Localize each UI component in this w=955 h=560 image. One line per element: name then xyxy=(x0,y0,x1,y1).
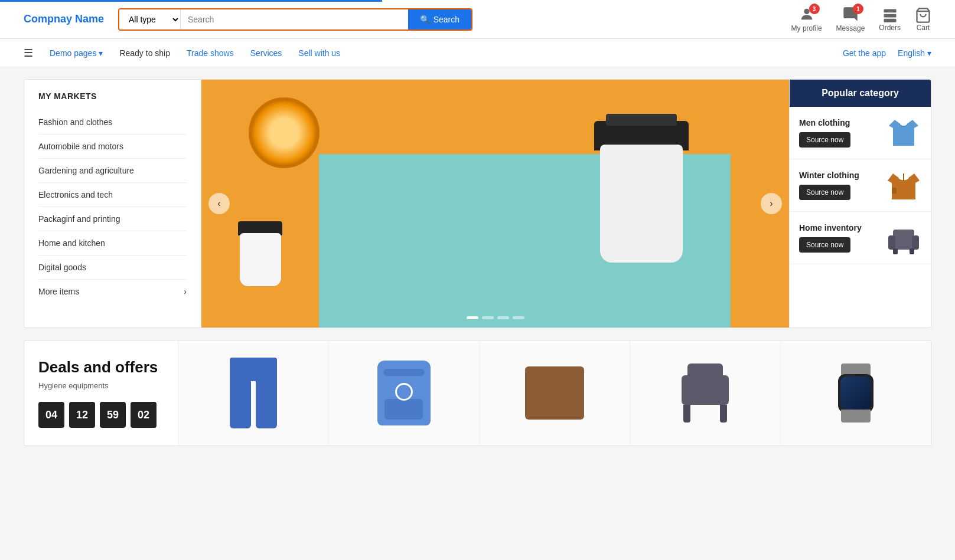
progress-bar xyxy=(0,0,382,2)
popular-item-home-label: Home inventory xyxy=(799,223,886,232)
deal-product-watch[interactable] xyxy=(780,340,931,446)
countdown-hours: 04 xyxy=(38,402,64,428)
popular-item-men-image xyxy=(886,115,921,150)
hamburger-icon[interactable]: ☰ xyxy=(24,47,33,60)
popular-panel: Popular category Men clothing Source now xyxy=(789,80,931,328)
popular-title: Popular category xyxy=(790,80,931,107)
deal-product-backpack[interactable] xyxy=(328,340,479,446)
popular-item-men-info: Men clothing Source now xyxy=(799,118,886,148)
deals-subtitle: Hygiene equipments xyxy=(38,381,164,390)
deals-products xyxy=(178,340,931,446)
tablet-icon xyxy=(525,366,584,420)
svg-rect-1 xyxy=(884,9,896,12)
navbar-left: ☰ Demo pages ▾ Ready to ship Trade shows… xyxy=(24,47,340,60)
orders-button[interactable]: Orders xyxy=(879,7,901,32)
nav-demo-pages[interactable]: Demo pages ▾ xyxy=(50,48,103,58)
sidebar: MY MARKETS Fashion and clothes Automobil… xyxy=(24,80,201,328)
search-button[interactable]: 🔍 Search xyxy=(408,9,471,30)
armchair-icon xyxy=(886,220,921,256)
popular-item-home-inventory: Home inventory Source now xyxy=(790,212,931,264)
sidebar-item-gardening[interactable]: Gardening and agriculture xyxy=(38,159,187,183)
navbar: ☰ Demo pages ▾ Ready to ship Trade shows… xyxy=(0,39,955,67)
carousel-dot-3[interactable] xyxy=(497,316,509,319)
sidebar-item-fashion[interactable]: Fashion and clothes xyxy=(38,110,187,135)
countdown-extra: 02 xyxy=(131,402,157,428)
countdown-seconds: 59 xyxy=(100,402,126,428)
svg-point-0 xyxy=(804,9,809,14)
sidebar-title: MY MARKETS xyxy=(38,91,187,101)
message-badge: 1 xyxy=(853,4,863,14)
svg-rect-2 xyxy=(884,14,896,17)
carousel-prev-btn[interactable]: ‹ xyxy=(208,193,230,214)
cart-button[interactable]: Cart xyxy=(915,7,931,32)
orders-icon xyxy=(882,7,898,24)
polo-shirt-icon xyxy=(886,115,921,150)
jeans-icon xyxy=(230,358,277,428)
svg-rect-8 xyxy=(888,235,895,250)
popular-item-winter-info: Winter clothing Source now xyxy=(799,171,886,200)
cup-large xyxy=(588,109,695,274)
backpack-icon xyxy=(377,361,431,425)
chevron-down-icon-lang: ▾ xyxy=(927,48,931,58)
cup-small xyxy=(237,221,284,292)
deals-title: Deals and offers xyxy=(38,358,164,376)
popular-item-men-label: Men clothing xyxy=(799,118,886,127)
source-now-men-btn[interactable]: Source now xyxy=(799,132,850,148)
sidebar-item-home[interactable]: Home and kitchen xyxy=(38,231,187,256)
svg-rect-9 xyxy=(912,235,919,250)
header: Compnay Name All typeProductsSuppliersSe… xyxy=(0,0,955,39)
winter-jacket-icon xyxy=(886,168,921,203)
sidebar-item-more[interactable]: More items › xyxy=(38,280,187,303)
cart-icon xyxy=(915,7,931,24)
chevron-right-icon: › xyxy=(184,287,187,296)
nav-ready-to-ship[interactable]: Ready to ship xyxy=(119,48,170,58)
main-content: MY MARKETS Fashion and clothes Automobil… xyxy=(0,67,955,458)
countdown-minutes: 12 xyxy=(69,402,95,428)
source-now-home-btn[interactable]: Source now xyxy=(799,237,850,253)
popular-item-winter-image xyxy=(886,168,921,203)
sidebar-item-packaging[interactable]: Packaginf and printing xyxy=(38,207,187,231)
navbar-right: Get the app English ▾ xyxy=(843,48,931,58)
deals-section: Deals and offers Hygiene equipments 04 1… xyxy=(24,340,931,446)
carousel-next-btn[interactable]: › xyxy=(761,193,782,214)
source-now-winter-btn[interactable]: Source now xyxy=(799,185,850,200)
nav-get-app[interactable]: Get the app xyxy=(843,48,886,58)
profile-badge: 3 xyxy=(809,4,820,14)
message-button[interactable]: 1 Message xyxy=(836,6,865,32)
carousel: ‹ › xyxy=(201,80,789,328)
deal-product-jeans[interactable] xyxy=(178,340,328,446)
sidebar-item-automobile[interactable]: Automobile and motors xyxy=(38,135,187,159)
deal-product-chair[interactable] xyxy=(630,340,780,446)
carousel-dots xyxy=(467,316,524,319)
deal-product-tablet[interactable] xyxy=(479,340,630,446)
my-profile-button[interactable]: 3 My profile xyxy=(791,6,822,32)
markets-section: MY MARKETS Fashion and clothes Automobil… xyxy=(24,79,931,328)
sidebar-item-electronics[interactable]: Electronics and tech xyxy=(38,183,187,207)
popular-item-home-image xyxy=(886,220,921,256)
nav-language[interactable]: English ▾ xyxy=(898,48,931,58)
nav-services[interactable]: Services xyxy=(250,48,282,58)
countdown: 04 12 59 02 xyxy=(38,402,164,428)
popular-item-home-info: Home inventory Source now xyxy=(799,223,886,253)
carousel-dot-2[interactable] xyxy=(482,316,494,319)
orange-decoration xyxy=(249,97,320,168)
search-input[interactable] xyxy=(181,9,408,30)
carousel-image xyxy=(201,80,789,328)
header-icons: 3 My profile 1 Message Orders Cart xyxy=(791,6,931,32)
chair-icon xyxy=(679,363,732,423)
carousel-inner: ‹ › xyxy=(201,80,789,328)
nav-sell-with-us[interactable]: Sell with us xyxy=(298,48,340,58)
svg-rect-3 xyxy=(884,18,896,22)
carousel-dot-4[interactable] xyxy=(513,316,524,319)
popular-item-men-clothing: Men clothing Source now xyxy=(790,107,931,159)
svg-rect-11 xyxy=(910,248,914,254)
search-bar: All typeProductsSuppliersServices 🔍 Sear… xyxy=(118,8,472,31)
nav-trade-shows[interactable]: Trade shows xyxy=(187,48,234,58)
popular-item-winter-label: Winter clothing xyxy=(799,171,886,180)
watch-icon xyxy=(832,363,879,423)
carousel-dot-1[interactable] xyxy=(467,316,478,319)
sidebar-item-digital[interactable]: Digital goods xyxy=(38,256,187,280)
chevron-down-icon: ▾ xyxy=(99,48,103,58)
search-type-select[interactable]: All typeProductsSuppliersServices xyxy=(119,9,181,30)
svg-rect-10 xyxy=(893,248,898,254)
